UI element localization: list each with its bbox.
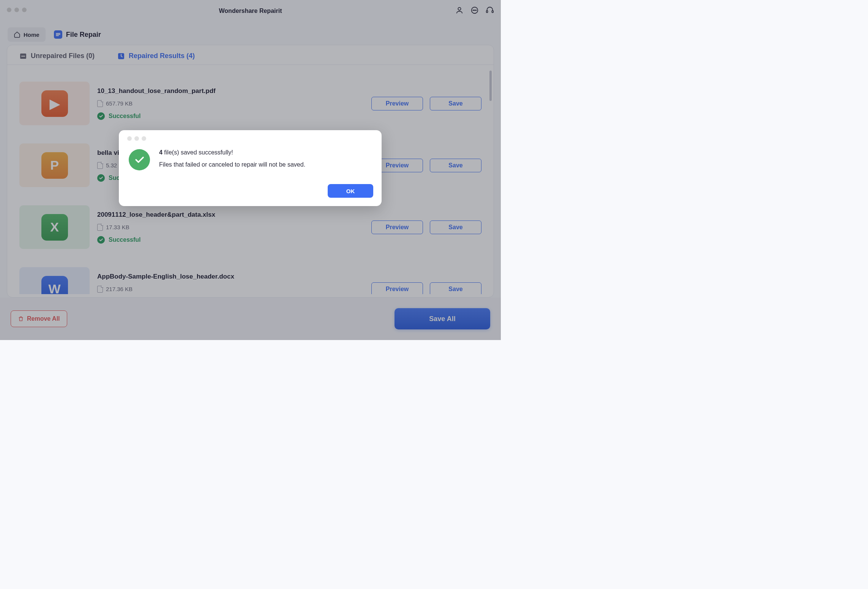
dialog-body: 4 file(s) saved successfully! Files that… — [127, 149, 373, 170]
success-check-icon — [129, 149, 150, 170]
dialog-footer: OK — [127, 184, 373, 198]
dialog-minimize-dot[interactable] — [134, 136, 139, 141]
dialog-line1-suffix: file(s) saved successfully! — [163, 149, 233, 156]
ok-button[interactable]: OK — [328, 184, 373, 198]
dialog-count: 4 — [159, 149, 163, 156]
dialog-message-line2: Files that failed or canceled to repair … — [159, 161, 305, 168]
success-dialog: 4 file(s) saved successfully! Files that… — [119, 130, 382, 206]
dialog-message-line1: 4 file(s) saved successfully! — [159, 149, 305, 156]
dialog-maximize-dot[interactable] — [142, 136, 146, 141]
dialog-window-controls — [127, 136, 373, 141]
dialog-text: 4 file(s) saved successfully! Files that… — [159, 149, 305, 168]
dialog-close-dot[interactable] — [127, 136, 132, 141]
ok-label: OK — [346, 188, 355, 194]
